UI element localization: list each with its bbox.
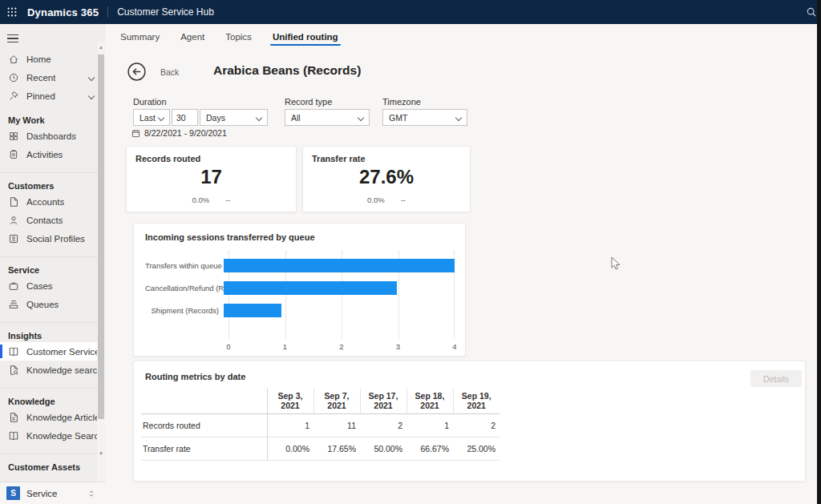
page-title: Arabica Beans (Records) [213,63,478,78]
knowledge-search-analytics-icon [8,365,19,376]
app-launcher-waffle-icon[interactable] [0,0,24,24]
sidebar-item-knowledge-search[interactable]: Knowledge Search [0,426,105,445]
bar-transfers-within-queue[interactable] [224,259,455,272]
cell: 66.67% [406,437,453,460]
column-header: Sep 3, 2021 [267,389,313,413]
duration-value-input[interactable] [172,109,198,126]
area-switcher-chevrons-icon [87,489,95,498]
empty-corner-cell [141,389,267,413]
cell: 17.65% [313,437,360,460]
area-tile-icon: S [6,486,20,500]
kpi-title: Transfer rate [303,147,470,163]
chevron-down-icon[interactable] [88,93,95,99]
kpi-delta: 0.0% [192,196,210,204]
bar-chart-plot: Transfers within queue Cancellation/Refu… [145,256,455,336]
column-header: Sep 18, 2021 [406,389,453,413]
app-name[interactable]: Customer Service Hub [117,6,214,18]
customer-service-analytics-icon [8,346,19,357]
knowledge-articles-icon [8,412,19,423]
home-icon [8,54,19,65]
report-tabs: Summary Agent Topics Unified routing [120,24,338,48]
cell: 25.00% [453,437,499,460]
sidebar-item-cases[interactable]: Cases [0,276,105,295]
duration-value-field[interactable] [176,113,193,123]
routing-metrics-table: Sep 3, 2021 Sep 7, 2021 Sep 17, 2021 Sep… [141,389,499,461]
table-title: Routing metrics by date [134,361,805,381]
back-button[interactable]: Back [127,62,179,82]
sidebar-item-activities[interactable]: Activities [0,145,105,163]
sidebar-group-customers: Customers [0,172,105,192]
bar-shipment-records[interactable] [224,304,281,317]
bar-label: Cancellation/Refund (Rec... [145,284,224,292]
chevron-down-icon[interactable] [88,75,95,81]
sidebar-item-accounts[interactable]: Accounts [0,192,105,211]
kpi-card-transfer-rate: Transfer rate 27.6% 0.0% -- [302,146,471,212]
record-type-dropdown[interactable]: All [285,109,370,126]
cases-icon [8,280,19,292]
details-button[interactable]: Details [750,370,802,387]
timezone-dropdown[interactable]: GMT [382,109,467,126]
scroll-down-arrow-icon[interactable]: ▼ [99,451,103,456]
sidebar-item-dashboards[interactable]: Dashboards [0,127,105,145]
sidebar-item-recent[interactable]: Recent [0,68,105,87]
sidebar-item-knowledge-articles[interactable]: Knowledge Articles [0,408,105,426]
cell: 1 [406,413,453,437]
social-profiles-icon [8,233,19,244]
bar-label: Transfers within queue [145,261,224,270]
search-icon[interactable] [806,6,817,18]
sidebar-item-contacts[interactable]: Contacts [0,211,105,229]
pinned-pin-icon [8,91,19,102]
scrollbar-thumb[interactable] [98,54,104,419]
site-map-sidebar: Home Recent Pinned My Work Dashboards Ac… [0,24,105,482]
top-navigation-bar: Dynamics 365 Customer Service Hub [0,0,821,24]
chevron-down-icon [158,114,164,120]
main-content: Summary Agent Topics Unified routing Bac… [105,24,817,504]
duration-mode-dropdown[interactable]: Last [133,109,170,126]
bar-chart-card: Incoming sessions transferred by queue T… [133,223,466,357]
tab-topics[interactable]: Topics [225,32,252,48]
tab-unified-routing[interactable]: Unified routing [273,32,338,48]
cell: 50.00% [360,437,406,460]
cell: 1 [267,413,313,437]
tab-summary[interactable]: Summary [120,32,160,48]
collapse-sitemap-hamburger-icon[interactable] [7,30,26,46]
scroll-up-arrow-icon[interactable]: ▲ [99,45,103,50]
cell: 11 [313,413,360,437]
kpi-trend: -- [401,196,406,204]
sidebar-item-knowledge-search-analytics[interactable]: Knowledge search... [0,361,105,379]
timezone-label: Timezone [382,97,421,107]
chevron-down-icon [455,114,462,120]
kpi-card-records-routed: Records routed 17 0.0% -- [126,146,297,212]
calendar-icon [131,129,140,138]
tab-agent[interactable]: Agent [180,32,204,48]
record-type-label: Record type [285,97,332,107]
sidebar-item-social-profiles[interactable]: Social Profiles [0,229,105,248]
sidebar-group-insights: Insights [0,322,105,342]
row-label: Transfer rate [141,437,267,460]
area-switcher[interactable]: S Service [0,482,105,504]
chevron-down-icon [256,114,262,120]
contacts-icon [8,215,19,226]
chart-x-axis: 0 1 2 3 4 [229,342,455,352]
brand-title[interactable]: Dynamics 365 [27,6,99,18]
sidebar-group-service: Service [0,256,105,276]
kpi-trend: -- [225,196,230,204]
dashboards-icon [8,131,19,142]
sidebar-item-home[interactable]: Home [0,50,105,68]
table-row: Transfer rate 0.00% 17.65% 50.00% 66.67%… [141,437,499,460]
duration-unit-dropdown[interactable]: Days [200,109,268,126]
sidebar-item-customer-service-analytics[interactable]: Customer Service ... [0,342,105,361]
table-row: Records routed 1 11 2 1 2 [141,413,499,437]
bar-cancellation-refund[interactable] [224,281,397,295]
sidebar-item-queues[interactable]: Queues [0,295,105,313]
routing-metrics-card: Routing metrics by date Details Sep 3, 2… [133,361,806,482]
sidebar-item-pinned[interactable]: Pinned [0,87,105,105]
sidebar-scrollbar[interactable]: ▲ ▼ [97,42,105,482]
cell: 0.00% [267,437,313,460]
cell: 2 [453,413,499,437]
topbar-divider [107,6,108,18]
kpi-delta: 0.0% [367,196,385,204]
knowledge-search-icon [8,430,19,442]
sidebar-group-customer-assets: Customer Assets [0,454,105,474]
duration-label: Duration [133,97,167,107]
